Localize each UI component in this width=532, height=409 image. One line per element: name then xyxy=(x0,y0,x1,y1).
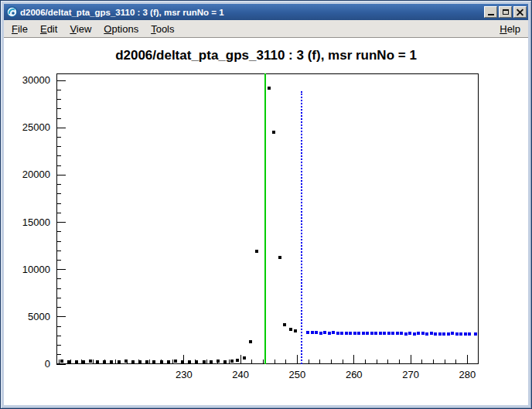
y-minor-tick xyxy=(56,278,61,279)
y-major-tick xyxy=(56,364,66,365)
data-point-histogram xyxy=(145,360,148,363)
y-minor-tick xyxy=(56,118,61,119)
data-point-post-data-start xyxy=(357,332,360,335)
y-major-tick xyxy=(56,222,66,223)
data-point-post-data-start xyxy=(425,332,428,336)
x-minor-tick xyxy=(387,360,388,364)
x-minor-tick xyxy=(93,360,94,364)
data-point-post-data-start xyxy=(442,332,445,336)
menu-item-tools[interactable]: Tools xyxy=(145,22,180,36)
data-point-histogram xyxy=(217,360,220,363)
x-tick-label: 230 xyxy=(176,369,193,380)
data-point-post-data-start xyxy=(447,332,450,336)
y-minor-tick xyxy=(56,251,61,251)
data-point-histogram xyxy=(103,360,106,363)
data-point-histogram xyxy=(268,87,271,90)
data-point-post-data-start xyxy=(374,332,377,335)
data-point-histogram xyxy=(249,340,252,343)
data-point-histogram xyxy=(60,360,63,363)
minimize-button[interactable] xyxy=(484,6,497,18)
data-point-histogram xyxy=(118,360,121,363)
data-point-post-data-start xyxy=(404,332,408,336)
data-point-histogram xyxy=(294,329,297,332)
menu-item-file[interactable]: File xyxy=(5,22,34,36)
maximize-icon xyxy=(503,9,509,15)
menu-item-view[interactable]: View xyxy=(63,22,97,36)
data-point-post-data-start xyxy=(464,332,467,336)
data-point-post-data-start xyxy=(413,332,416,336)
menubar: FileEditViewOptionsToolsHelp xyxy=(4,20,528,38)
data-point-post-data-start xyxy=(319,332,322,335)
y-major-tick xyxy=(56,175,66,176)
x-major-tick xyxy=(411,355,411,364)
window-controls xyxy=(483,6,527,18)
data-point-post-data-start xyxy=(400,332,403,335)
data-point-post-data-start xyxy=(336,332,339,335)
y-minor-tick xyxy=(56,336,61,336)
x-minor-tick xyxy=(309,360,309,364)
x-minor-tick xyxy=(275,360,275,364)
x-minor-tick xyxy=(445,360,445,364)
x-major-tick xyxy=(297,355,298,364)
y-minor-tick xyxy=(56,345,61,346)
x-tick-label: 240 xyxy=(232,369,249,380)
data-point-histogram xyxy=(188,360,191,363)
y-major-tick xyxy=(56,80,66,81)
data-point-post-data-start xyxy=(370,332,373,335)
x-major-tick xyxy=(240,355,241,364)
menu-item-help[interactable]: Help xyxy=(493,22,527,36)
x-minor-tick xyxy=(421,360,422,364)
y-minor-tick xyxy=(56,307,61,308)
t0-indicator-line xyxy=(264,73,266,364)
titlebar[interactable]: d2006/deltat_pta_gps_3110 : 3 (f), msr r… xyxy=(4,4,528,20)
x-minor-tick xyxy=(285,360,286,364)
minimize-icon xyxy=(488,14,494,15)
y-minor-tick xyxy=(56,203,61,204)
x-minor-tick xyxy=(206,360,207,364)
data-point-post-data-start xyxy=(391,332,394,335)
x-minor-tick xyxy=(263,360,264,364)
data-point-histogram xyxy=(110,360,113,363)
y-tick-label: 20000 xyxy=(12,169,50,180)
close-icon xyxy=(517,9,523,15)
close-button[interactable] xyxy=(513,6,527,18)
data-point-post-data-start xyxy=(451,332,454,335)
y-major-tick xyxy=(56,269,66,270)
menu-item-edit[interactable]: Edit xyxy=(34,22,63,36)
data-point-histogram xyxy=(278,256,281,259)
x-minor-tick xyxy=(399,360,400,364)
y-minor-tick xyxy=(56,193,61,194)
x-minor-tick xyxy=(229,360,230,364)
plot-canvas[interactable]: d2006/deltat_pta_gps_3110 : 3 (f), msr r… xyxy=(4,38,528,405)
x-tick-label: 260 xyxy=(346,369,363,380)
y-major-tick xyxy=(56,128,66,128)
data-point-histogram xyxy=(167,360,170,363)
y-tick-label: 10000 xyxy=(12,264,50,275)
x-minor-tick xyxy=(251,360,252,364)
x-minor-tick xyxy=(149,360,150,364)
data-point-histogram xyxy=(82,360,85,363)
window-title: d2006/deltat_pta_gps_3110 : 3 (f), msr r… xyxy=(20,8,483,17)
data-point-post-data-start xyxy=(306,331,309,334)
x-minor-tick xyxy=(172,360,173,364)
data-point-post-data-start xyxy=(349,332,352,335)
x-minor-tick xyxy=(455,360,456,364)
y-minor-tick xyxy=(56,99,61,100)
menu-item-options[interactable]: Options xyxy=(97,22,145,36)
data-point-post-data-start xyxy=(340,332,343,335)
data-point-post-data-start xyxy=(434,332,437,336)
root-canvas-window: d2006/deltat_pta_gps_3110 : 3 (f), msr r… xyxy=(0,0,532,409)
data-point-histogram xyxy=(236,359,239,362)
data-point-post-data-start xyxy=(353,332,356,335)
data-point-histogram xyxy=(152,360,155,363)
app-logo-icon xyxy=(6,6,18,18)
y-minor-tick xyxy=(56,326,61,327)
y-tick-label: 25000 xyxy=(12,121,50,133)
data-point-histogram xyxy=(223,360,227,363)
data-point-post-data-start xyxy=(430,332,433,335)
data-point-post-data-start xyxy=(474,332,477,336)
maximize-button[interactable] xyxy=(499,6,512,18)
data-point-histogram xyxy=(67,360,70,363)
data-point-post-data-start xyxy=(468,332,471,336)
x-minor-tick xyxy=(365,360,366,364)
